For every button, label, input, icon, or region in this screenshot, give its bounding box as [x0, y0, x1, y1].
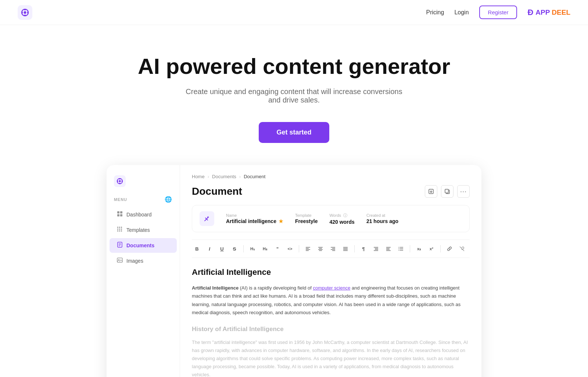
- breadcrumb-current: Document: [244, 174, 265, 179]
- svg-rect-18: [117, 227, 118, 228]
- dashboard-icon: [117, 211, 123, 218]
- sidebar-item-images[interactable]: Images: [110, 254, 177, 268]
- toolbar-h2[interactable]: H₂: [260, 244, 270, 254]
- pricing-link[interactable]: Pricing: [426, 9, 444, 16]
- toolbar-quote[interactable]: ": [272, 244, 283, 254]
- navbar: Pricing Login Register Ð APP DEEL: [0, 0, 588, 25]
- more-button[interactable]: ···: [457, 185, 470, 198]
- star-icon: ★: [279, 218, 283, 224]
- page-title-row: Document ···: [192, 185, 470, 198]
- svg-rect-15: [120, 211, 122, 213]
- svg-rect-25: [119, 230, 120, 231]
- words-info-icon: ⓘ: [343, 213, 347, 218]
- brand-logo: Ð APP DEEL: [527, 8, 570, 17]
- toolbar-sep2: [299, 245, 299, 252]
- more-icon: ···: [460, 188, 467, 195]
- toolbar-list[interactable]: [396, 244, 406, 254]
- toolbar-justify[interactable]: [340, 244, 351, 254]
- brand-icon: Ð: [527, 8, 533, 17]
- svg-rect-36: [445, 189, 448, 193]
- doc-link-cs[interactable]: computer science: [313, 285, 350, 291]
- magic-icon: [203, 215, 211, 222]
- hero-subtitle: Create unique and engaging content that …: [184, 87, 404, 104]
- sidebar-label-documents: Documents: [126, 243, 154, 248]
- svg-point-64: [399, 247, 399, 248]
- toolbar-sep5: [440, 245, 441, 252]
- sidebar-label-images: Images: [126, 258, 143, 264]
- breadcrumb-sep1: ›: [208, 174, 209, 179]
- toolbar-align-left[interactable]: [303, 244, 313, 254]
- svg-point-66: [399, 250, 399, 251]
- template-value: Freestyle: [295, 218, 318, 224]
- breadcrumb-documents[interactable]: Documents: [212, 174, 236, 179]
- doc-template-field: Template Freestyle: [295, 213, 318, 224]
- main-content: Home › Documents › Document Document: [180, 165, 481, 377]
- sidebar-item-documents[interactable]: Documents: [110, 238, 177, 253]
- toolbar-subscript[interactable]: x₂: [414, 244, 424, 254]
- svg-rect-10: [119, 178, 121, 179]
- logo-icon: [18, 5, 32, 20]
- sidebar-menu-label: MENU 🌐: [107, 196, 180, 207]
- login-link[interactable]: Login: [454, 9, 469, 16]
- toolbar-strikethrough[interactable]: S: [229, 244, 240, 254]
- doc-meta-icon: [200, 211, 214, 226]
- toolbar-h1[interactable]: H₁: [247, 244, 258, 254]
- svg-rect-19: [119, 227, 120, 228]
- toolbar-underline[interactable]: U: [217, 244, 227, 254]
- hero-section: AI powered content generator Create uniq…: [0, 25, 588, 165]
- register-button[interactable]: Register: [479, 6, 517, 19]
- doc-words-field: Words ⓘ 420 words: [329, 213, 354, 225]
- svg-rect-20: [121, 227, 122, 228]
- page-title: Document: [192, 186, 242, 197]
- svg-rect-4: [24, 15, 26, 16]
- toolbar-italic[interactable]: I: [204, 244, 215, 254]
- name-value: Artificial intelligence ★: [226, 218, 283, 224]
- svg-rect-12: [117, 180, 118, 182]
- brand-text: APP DEEL: [535, 8, 570, 17]
- sidebar-logo-icon: [114, 175, 126, 187]
- toolbar-bold[interactable]: B: [192, 244, 202, 254]
- demo-wrapper: MENU 🌐 Dashboard Templates Document: [0, 165, 588, 377]
- demo-window: MENU 🌐 Dashboard Templates Document: [107, 165, 481, 377]
- toolbar-link[interactable]: [444, 244, 455, 254]
- svg-rect-5: [21, 11, 23, 13]
- doc-content: Artificial Intelligence Artificial Intel…: [192, 265, 470, 377]
- toolbar-superscript[interactable]: x²: [426, 244, 437, 254]
- toolbar-align-right[interactable]: [328, 244, 338, 254]
- toolbar-para[interactable]: ¶: [358, 244, 369, 254]
- sidebar: MENU 🌐 Dashboard Templates Document: [107, 165, 180, 377]
- svg-point-32: [118, 259, 119, 260]
- sidebar-logo: [107, 172, 180, 196]
- breadcrumb-home[interactable]: Home: [192, 174, 205, 179]
- templates-icon: [117, 226, 123, 234]
- name-label: Name: [226, 213, 283, 218]
- export-button[interactable]: [425, 185, 437, 198]
- copy-icon: [444, 188, 450, 194]
- toolbar-outdent[interactable]: [383, 244, 394, 254]
- svg-rect-21: [117, 229, 118, 230]
- get-started-button[interactable]: Get started: [259, 122, 329, 143]
- toolbar-indent[interactable]: [371, 244, 381, 254]
- created-label: Created at: [366, 213, 398, 218]
- svg-point-9: [119, 180, 121, 182]
- svg-rect-16: [117, 214, 119, 216]
- toolbar-sep1: [243, 245, 244, 252]
- toolbar-code[interactable]: <>: [285, 244, 295, 254]
- doc-created-field: Created at 21 hours ago: [366, 213, 398, 224]
- export-icon: [428, 188, 434, 194]
- svg-rect-6: [27, 11, 29, 13]
- toolbar-sep4: [410, 245, 410, 252]
- toolbar-unlink[interactable]: [457, 244, 467, 254]
- sidebar-label-dashboard: Dashboard: [126, 212, 152, 218]
- words-label: Words ⓘ: [329, 213, 354, 218]
- svg-rect-17: [120, 214, 122, 216]
- sidebar-item-dashboard[interactable]: Dashboard: [110, 207, 177, 222]
- words-value: 420 words: [329, 219, 354, 225]
- doc-heading-2: History of Artificial Intelligence: [192, 324, 470, 335]
- doc-para1-intro: (AI) is a rapidly developing field of: [239, 285, 313, 291]
- sidebar-item-templates[interactable]: Templates: [110, 223, 177, 237]
- copy-button[interactable]: [441, 185, 453, 198]
- doc-paragraph-1: Artificial Intelligence (AI) is a rapidl…: [192, 284, 470, 316]
- toolbar-align-center[interactable]: [315, 244, 326, 254]
- title-actions: ···: [425, 185, 470, 198]
